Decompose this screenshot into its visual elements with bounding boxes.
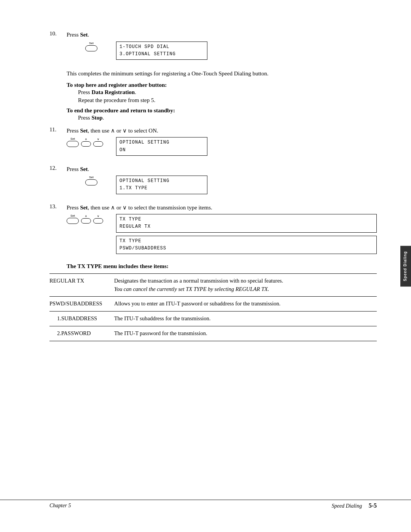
end-body: Press Stop. bbox=[78, 115, 377, 121]
lcd-12-line1: OPTIONAL SETTING bbox=[119, 177, 204, 185]
table-cell-col2: Designates the transaction as a normal t… bbox=[110, 273, 377, 297]
lcd-display-12: OPTIONAL SETTING 1.TX TYPE bbox=[116, 176, 377, 194]
step-13-text: Press Set, then use ∧ or ∨ to select the… bbox=[67, 203, 377, 212]
footer-page-num: 5-5 bbox=[369, 502, 377, 509]
footer-section: Speed Dialing bbox=[331, 503, 362, 509]
end-heading: To end the procedure and return to stand… bbox=[67, 107, 377, 114]
lcd-display-11: OPTIONAL SETTING ON bbox=[116, 137, 377, 155]
table-row: 2.PASSWORD The ITU-T password for the tr… bbox=[49, 326, 377, 341]
lcd-13-screen1: TX TYPE REGULAR TX bbox=[116, 214, 377, 232]
lcd-13-s2-line1: TX TYPE bbox=[119, 238, 373, 245]
table-cell-col1: PSWD/SUBADDRESS bbox=[49, 297, 110, 312]
repeat-line: Repeat the procedure from step 5. bbox=[78, 97, 377, 104]
table-cell-col2: The ITU-T password for the transmission. bbox=[110, 326, 377, 341]
lcd-10-line1: 1-TOUCH SPD DIAL bbox=[119, 43, 204, 51]
table-row: PSWD/SUBADDRESS Allows you to enter an I… bbox=[49, 297, 377, 312]
lcd-13-s1-line2: REGULAR TX bbox=[119, 223, 373, 230]
set-arrow-icons-11: Set ∧ ∨ bbox=[67, 137, 116, 147]
tx-type-table: REGULAR TX Designates the transaction as… bbox=[49, 273, 377, 341]
lcd-11-line1: OPTIONAL SETTING bbox=[119, 139, 204, 146]
step-10-bold: Set bbox=[80, 32, 88, 38]
lcd-11-line2: ON bbox=[119, 147, 204, 154]
step-13-num: 13. bbox=[49, 203, 67, 210]
step-10-num: 10. bbox=[49, 30, 67, 37]
page-footer: Chapter 5 Speed Dialing 5-5 bbox=[0, 500, 411, 509]
lcd-13-screen2: TX TYPE PSWD/SUBADDRESS bbox=[116, 236, 377, 254]
step-12-text: Press Set. bbox=[67, 165, 377, 174]
table-cell-col2: Allows you to enter an ITU-T password or… bbox=[110, 297, 377, 312]
step-10-text: Press Set. bbox=[67, 30, 377, 39]
lcd-display-13: TX TYPE REGULAR TX TX TYPE PSWD/SUBADDRE… bbox=[116, 214, 377, 254]
table-row: 1.SUBADDRESS The ITU-T subaddress for th… bbox=[49, 312, 377, 326]
stop-body: Press Data Registration. bbox=[78, 89, 377, 96]
set-button-icon-10: Set bbox=[67, 42, 116, 51]
lcd-12-line2: 1.TX TYPE bbox=[119, 185, 204, 192]
lcd-display-10: 1-TOUCH SPD DIAL 3.OPTIONAL SETTING bbox=[116, 42, 377, 60]
footer-chapter: Chapter 5 bbox=[49, 503, 71, 509]
lcd-13-s2-line2: PSWD/SUBADDRESS bbox=[119, 245, 373, 252]
tx-menu-heading: The TX TYPE menu includes these items: bbox=[67, 263, 377, 270]
set-button-icon-12: Set bbox=[67, 176, 116, 185]
set-label-10: Set bbox=[89, 42, 94, 45]
stop-heading: To stop here and register another button… bbox=[67, 82, 377, 88]
lcd-10-line2: 3.OPTIONAL SETTING bbox=[119, 51, 204, 58]
set-arrow-icons-13: Set ∧ ∨ bbox=[67, 214, 116, 224]
step-11-text: Press Set, then use ∧ or ∨ to select ON. bbox=[67, 126, 377, 135]
table-cell-col2: The ITU-T subaddress for the transmissio… bbox=[110, 312, 377, 326]
footer-right: Speed Dialing 5-5 bbox=[331, 502, 377, 509]
step-12-num: 12. bbox=[49, 165, 67, 171]
desc-1: This completes the minimum settings for … bbox=[67, 69, 377, 78]
table-cell-col1: 2.PASSWORD bbox=[49, 326, 110, 341]
table-cell-col1: 1.SUBADDRESS bbox=[49, 312, 110, 326]
side-tab: Speed Dialing bbox=[400, 246, 411, 286]
table-row: REGULAR TX Designates the transaction as… bbox=[49, 273, 377, 297]
step-11-num: 11. bbox=[49, 126, 67, 133]
table-cell-col1: REGULAR TX bbox=[49, 273, 110, 297]
lcd-13-s1-line1: TX TYPE bbox=[119, 216, 373, 223]
